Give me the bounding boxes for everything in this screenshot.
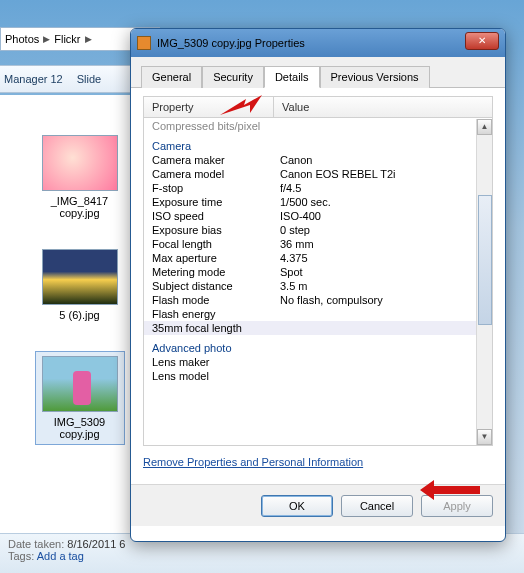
property-row: ISO speedISO-400 <box>144 209 476 223</box>
file-thumbnail-selected[interactable]: IMG_5309 copy.jpg <box>35 351 125 445</box>
tags-label: Tags: <box>8 550 34 562</box>
file-label: _IMG_8417 copy.jpg <box>35 195 125 219</box>
date-taken-value: 8/16/2011 6 <box>67 538 125 550</box>
thumbnail-image <box>42 135 118 191</box>
title-bar[interactable]: IMG_5309 copy.jpg Properties ✕ <box>131 29 505 57</box>
dialog-button-row: OK Cancel Apply <box>131 484 505 526</box>
property-row: Flash modeNo flash, compulsory <box>144 293 476 307</box>
vertical-scrollbar[interactable]: ▲ ▼ <box>476 119 492 445</box>
scroll-up-icon[interactable]: ▲ <box>477 119 492 135</box>
property-row: Camera makerCanon <box>144 153 476 167</box>
properties-list: Property Value Compressed bits/pixel Cam… <box>143 96 493 446</box>
file-label: 5 (6).jpg <box>35 309 125 321</box>
close-icon: ✕ <box>478 35 486 46</box>
property-row: Lens maker <box>144 355 476 369</box>
thumbnail-image <box>42 249 118 305</box>
property-row-selected: 35mm focal length <box>144 321 476 335</box>
breadcrumb-seg-photos[interactable]: Photos <box>5 33 39 45</box>
properties-rows[interactable]: Compressed bits/pixel Camera Camera make… <box>144 119 476 445</box>
tab-general[interactable]: General <box>141 66 202 88</box>
group-header-advanced: Advanced photo <box>144 335 476 355</box>
property-row: Max aperture4.375 <box>144 251 476 265</box>
file-thumbnail[interactable]: _IMG_8417 copy.jpg <box>35 135 125 219</box>
file-label: IMG_5309 copy.jpg <box>36 416 124 440</box>
property-row: Focal length36 mm <box>144 237 476 251</box>
remove-properties-link[interactable]: Remove Properties and Personal Informati… <box>143 456 363 468</box>
scroll-down-icon[interactable]: ▼ <box>477 429 492 445</box>
breadcrumb-seg-flickr[interactable]: Flickr <box>54 33 80 45</box>
property-row: Exposure bias0 step <box>144 223 476 237</box>
cancel-button[interactable]: Cancel <box>341 495 413 517</box>
file-thumbnail[interactable]: 5 (6).jpg <box>35 249 125 321</box>
chevron-right-icon: ▶ <box>85 34 92 44</box>
property-row: Lens model <box>144 369 476 383</box>
property-row: Exposure time1/500 sec. <box>144 195 476 209</box>
properties-dialog: IMG_5309 copy.jpg Properties ✕ General S… <box>130 28 506 542</box>
file-icon <box>137 36 151 50</box>
group-header-camera: Camera <box>144 133 476 153</box>
close-button[interactable]: ✕ <box>465 32 499 50</box>
apply-button[interactable]: Apply <box>421 495 493 517</box>
property-row: Subject distance3.5 m <box>144 279 476 293</box>
tab-body-details: Property Value Compressed bits/pixel Cam… <box>131 88 505 484</box>
tab-strip: General Security Details Previous Versio… <box>131 57 505 88</box>
date-taken-label: Date taken: <box>8 538 64 550</box>
scroll-thumb[interactable] <box>478 195 492 325</box>
property-row: Camera modelCanon EOS REBEL T2i <box>144 167 476 181</box>
add-tag-link[interactable]: Add a tag <box>37 550 84 562</box>
ok-button[interactable]: OK <box>261 495 333 517</box>
property-row: Flash energy <box>144 307 476 321</box>
tab-previous-versions[interactable]: Previous Versions <box>320 66 430 88</box>
tab-details[interactable]: Details <box>264 66 320 88</box>
column-value[interactable]: Value <box>274 97 492 117</box>
properties-header: Property Value <box>144 97 492 118</box>
column-property[interactable]: Property <box>144 97 274 117</box>
toolbar-item[interactable]: Slide <box>77 73 101 85</box>
thumbnail-image <box>42 356 118 412</box>
tab-security[interactable]: Security <box>202 66 264 88</box>
property-row: Compressed bits/pixel <box>144 119 476 133</box>
property-row: F-stopf/4.5 <box>144 181 476 195</box>
chevron-right-icon: ▶ <box>43 34 50 44</box>
property-row: Metering modeSpot <box>144 265 476 279</box>
dialog-title: IMG_5309 copy.jpg Properties <box>157 37 305 49</box>
toolbar-item[interactable]: Manager 12 <box>4 73 63 85</box>
